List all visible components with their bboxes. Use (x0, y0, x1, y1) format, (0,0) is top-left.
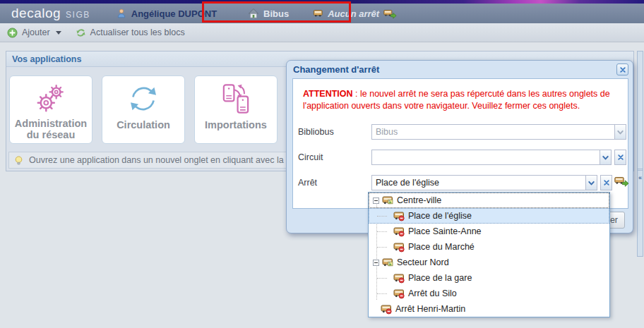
collapse-minus-icon[interactable] (373, 198, 379, 204)
tree-stop-place-sainte-anne[interactable]: Place Sainte-Anne (369, 224, 609, 239)
bus-stop-icon (393, 241, 405, 253)
current-stop[interactable]: Aucun arrêt (313, 8, 397, 19)
arret-label: Arrêt (298, 178, 317, 188)
tree-item-label: Arrêt Henri-Martin (395, 304, 465, 314)
tree-stop-arret-du-silo[interactable]: Arrêt du Silo (369, 286, 609, 301)
app-card-importations[interactable]: Importations (194, 75, 278, 144)
field-row-circuit: Circuit (293, 150, 628, 165)
tree-stop-place-eglise[interactable]: Place de l'église (369, 208, 609, 224)
apply-stop-icon[interactable] (614, 176, 629, 187)
app-header: decalog SIGB Angélique DUPONT Bibus Aucu… (0, 4, 644, 23)
tree-item-label: Centre-ville (396, 195, 441, 205)
circuit-value[interactable] (371, 150, 600, 165)
bus-stop-icon (393, 210, 405, 221)
stop-tree-dropdown: Centre-ville Place de l'église Place Sai… (368, 192, 610, 317)
current-site[interactable]: Bibus (248, 8, 289, 19)
arret-combobox[interactable]: Place de l'église (371, 175, 597, 190)
home-icon (248, 8, 259, 19)
refresh-cycle-icon (126, 76, 160, 116)
close-icon[interactable] (616, 63, 628, 75)
chevron-down-icon (614, 124, 626, 140)
refresh-button-label: Actualiser tous les blocs (90, 28, 185, 37)
collapsed-side-panel: « (637, 51, 643, 257)
tree-stop-place-du-marche[interactable]: Place du Marché (369, 239, 609, 255)
brand-name: decalog (11, 6, 61, 21)
app-card-label: Circulation (114, 119, 173, 130)
add-button[interactable]: Ajouter (7, 28, 61, 38)
arret-value[interactable]: Place de l'église (371, 175, 585, 190)
tree-group-centre-ville[interactable]: Centre-ville (369, 193, 609, 208)
clear-circuit-icon[interactable] (614, 150, 626, 165)
import-export-icon (219, 76, 253, 116)
change-stop-icon[interactable] (383, 8, 397, 19)
app-card-circulation[interactable]: Circulation (102, 75, 185, 144)
add-plus-icon (7, 28, 18, 38)
tree-item-label: Place de l'église (407, 211, 472, 221)
tree-item-label: Arrêt du Silo (407, 288, 457, 298)
tree-stop-place-de-la-gare[interactable]: Place de la gare (369, 270, 609, 286)
dialog-header[interactable]: Changement d'arrêt (287, 61, 633, 78)
warning-strong: ATTENTION (303, 89, 353, 99)
tip-text: Ouvrez une application dans un nouvel on… (29, 155, 300, 165)
bibliobus-label: Bibliobus (298, 127, 334, 137)
tree-item-label: Place de la gare (407, 273, 472, 283)
app-logo: decalog SIGB (11, 6, 90, 21)
dropdown-caret-icon (56, 31, 61, 35)
bus-icon (313, 8, 323, 18)
add-button-label: Ajouter (22, 28, 50, 37)
bibliobus-combobox: Bibus (371, 124, 626, 140)
chevron-down-icon[interactable] (600, 150, 612, 165)
app-card-administration[interactable]: Administration du réseau (9, 75, 93, 144)
app-card-label: Administration du réseau (10, 118, 92, 140)
user-name-label: Angélique DUPONT (131, 8, 217, 19)
user-icon (116, 8, 127, 19)
gears-icon (35, 76, 67, 114)
collapse-minus-icon[interactable] (373, 260, 379, 266)
bus-stop-icon (393, 272, 405, 284)
bus-stop-icon (393, 288, 405, 299)
warning-message: ATTENTION : le nouvel arrêt ne sera pas … (293, 79, 628, 112)
brand-suffix: SIGB (66, 10, 90, 20)
tree-stop-arret-henri-martin[interactable]: Arrêt Henri-Martin (369, 301, 609, 317)
current-user[interactable]: Angélique DUPONT (116, 8, 217, 19)
page-toolbar: Ajouter Actualiser tous les blocs (0, 23, 644, 42)
bus-stop-icon (381, 303, 392, 315)
field-row-arret: Arrêt Place de l'église (293, 175, 628, 190)
bus-stop-icon (393, 226, 405, 237)
bus-group-icon (382, 257, 393, 268)
bus-group-icon (382, 195, 393, 206)
refresh-icon (76, 28, 86, 38)
site-name-label: Bibus (263, 8, 289, 19)
dialog-body: ATTENTION : le nouvel arrêt ne sera pas … (292, 78, 628, 209)
app-card-label: Importations (202, 119, 270, 130)
bibliobus-value: Bibus (371, 124, 614, 140)
refresh-all-button[interactable]: Actualiser tous les blocs (76, 28, 185, 38)
dialog-title: Changement d'arrêt (293, 64, 616, 75)
clear-arret-icon[interactable] (600, 175, 612, 190)
lightbulb-icon (13, 155, 24, 166)
tree-item-label: Place du Marché (407, 242, 475, 252)
stop-name-label: Aucun arrêt (328, 8, 379, 19)
field-row-bibliobus: Bibliobus Bibus (293, 124, 628, 140)
chevron-down-icon[interactable] (585, 175, 597, 190)
circuit-combobox[interactable] (371, 150, 612, 165)
tree-group-secteur-nord[interactable]: Secteur Nord (369, 255, 609, 270)
expand-panel-icon[interactable]: « (638, 173, 643, 184)
strip-divider (638, 169, 643, 171)
circuit-label: Circuit (298, 152, 323, 162)
tree-item-label: Secteur Nord (396, 257, 449, 267)
tree-item-label: Place Sainte-Anne (407, 226, 482, 236)
